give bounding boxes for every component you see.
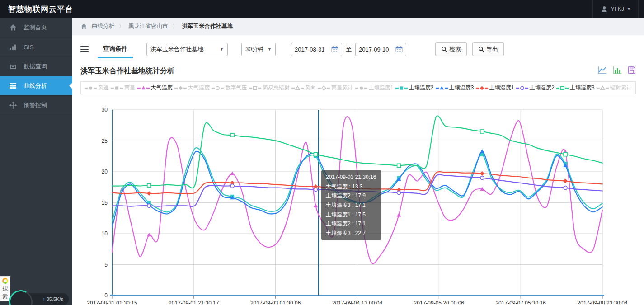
legend-marker-icon — [355, 85, 367, 91]
arrows-icon — [9, 101, 17, 109]
legend-item-label: 土壤温度3 — [449, 84, 474, 92]
line-chart: 0510152025302017-08-31 01:30:152017-09-0… — [80, 96, 637, 304]
legend-item-label: 大气湿度 — [188, 84, 210, 92]
legend-item-label: 雨量累计 — [331, 84, 353, 92]
legend-item-14[interactable]: 土壤湿度3 — [556, 84, 595, 92]
legend-item-label: 土壤温度2 — [409, 84, 434, 92]
select-caret-icon: ▼ — [268, 47, 272, 52]
data-box-icon — [9, 62, 17, 70]
legend-item-7[interactable]: 风向 — [291, 84, 316, 92]
legend-marker-icon — [556, 85, 569, 91]
svg-text:25: 25 — [102, 138, 108, 144]
calendar-icon — [331, 46, 338, 53]
bar-chart-icon[interactable] — [613, 66, 622, 76]
legend-item-label: 雨量 — [124, 84, 135, 92]
network-speed-value: 35.5K/s — [47, 296, 63, 302]
legend-item-13[interactable]: 土壤湿度2 — [516, 84, 555, 92]
sidebar-item-gis[interactable]: GIS — [0, 38, 72, 57]
breadcrumb-item[interactable]: 黑龙江省密山市 — [128, 23, 168, 30]
sidebar-item-curve-analysis[interactable]: 曲线分析 — [0, 76, 72, 96]
chevron-down-icon: ▼ — [627, 7, 631, 11]
home-icon — [9, 23, 17, 32]
gis-signal-icon — [9, 43, 17, 51]
legend-item-11[interactable]: 土壤温度3 — [436, 84, 474, 92]
legend-marker-icon — [174, 85, 187, 91]
legend-item-8[interactable]: 雨量累计 — [318, 84, 353, 92]
breadcrumb-separator: 〉 — [119, 23, 124, 30]
query-condition-tab[interactable]: 查询条件 — [98, 40, 133, 58]
date-to-value: 2017-09-10 — [359, 46, 389, 53]
sidebar-item-monitor-home[interactable]: 监测首页 — [0, 18, 72, 38]
search-icon — [478, 46, 484, 52]
search-sidebar-widget[interactable]: 搜索 — [0, 276, 10, 301]
legend-marker-icon — [597, 85, 609, 91]
chart-toolbox — [598, 66, 636, 76]
legend-marker-icon — [318, 85, 330, 91]
search-logo-icon — [2, 278, 8, 284]
chart-legend: 风速雨量大气温度大气湿度数字气压简易总辐射风向雨量累计土壤温度1土壤温度2土壤温… — [80, 81, 636, 94]
line-chart-icon[interactable] — [598, 66, 607, 76]
date-from-input[interactable]: 2017-08-31 — [291, 43, 342, 56]
legend-item-9[interactable]: 土壤温度1 — [355, 84, 394, 92]
date-to-input[interactable]: 2017-09-10 — [355, 43, 406, 56]
svg-text:10: 10 — [102, 230, 108, 237]
sidebar: 监测首页GIS数据查询曲线分析预警控制 — [0, 18, 72, 305]
search-button[interactable]: 检索 — [435, 42, 467, 56]
sidebar-item-label: GIS — [24, 44, 33, 51]
legend-item-label: 土壤温度1 — [369, 84, 394, 92]
sidebar-item-label: 数据查询 — [24, 62, 47, 70]
legend-item-10[interactable]: 土壤温度2 — [395, 84, 434, 92]
legend-item-4[interactable]: 大气湿度 — [174, 84, 210, 92]
active-item-arrow — [66, 83, 72, 89]
legend-item-label: 大气温度 — [151, 84, 173, 92]
search-widget-label: 搜 — [3, 285, 8, 292]
legend-item-3[interactable]: 大气温度 — [137, 84, 173, 92]
svg-text:5: 5 — [104, 262, 108, 268]
breadcrumb: 曲线分析〉黑龙江省密山市〉洪军玉米合作社基地 — [72, 18, 644, 35]
legend-item-15[interactable]: 辐射累计 — [597, 84, 632, 92]
upload-arrow-icon: ↑ — [42, 296, 45, 302]
legend-marker-icon — [476, 85, 488, 91]
menu-toggle-icon[interactable] — [80, 45, 89, 54]
legend-item-2[interactable]: 雨量 — [111, 84, 135, 92]
breadcrumb-separator: 〉 — [173, 23, 178, 30]
export-button-label: 导出 — [486, 45, 498, 53]
user-name: YFKJ — [611, 6, 624, 12]
breadcrumb-item[interactable]: 曲线分析 — [92, 23, 114, 30]
svg-text:2017-09-08 23:30:04: 2017-09-08 23:30:04 — [577, 300, 628, 304]
svg-text:30: 30 — [102, 107, 108, 113]
legend-marker-icon — [212, 85, 224, 91]
save-image-icon[interactable] — [628, 66, 636, 76]
section-title-row: 洪军玉米合作社基地统计分析 — [80, 66, 636, 76]
legend-item-1[interactable]: 风速 — [85, 84, 109, 92]
legend-marker-icon — [395, 85, 408, 91]
legend-marker-icon — [85, 85, 97, 91]
date-from-value: 2017-08-31 — [295, 46, 325, 53]
sidebar-item-label: 曲线分析 — [24, 82, 47, 90]
search-icon — [441, 46, 447, 52]
interval-select[interactable]: 30分钟 ▼ — [241, 43, 276, 56]
sidebar-item-alert-control[interactable]: 预警控制 — [0, 96, 72, 115]
svg-text:2017-09-07 05:30:16: 2017-09-07 05:30:16 — [495, 300, 546, 304]
chart-area: 0510152025302017-08-31 01:30:152017-09-0… — [80, 96, 637, 304]
legend-item-label: 风速 — [98, 84, 109, 92]
svg-text:2017-09-05 20:00:06: 2017-09-05 20:00:06 — [414, 300, 465, 304]
legend-item-label: 风向 — [305, 84, 316, 92]
legend-item-12[interactable]: 土壤湿度1 — [476, 84, 514, 92]
svg-text:2017-09-01 21:30:17: 2017-09-01 21:30:17 — [169, 300, 219, 304]
legend-item-5[interactable]: 数字气压 — [212, 84, 247, 92]
svg-text:0: 0 — [104, 292, 108, 299]
breadcrumb-item: 洪军玉米合作社基地 — [182, 23, 233, 30]
app-title: 智慧物联网云平台 — [0, 4, 73, 14]
export-button[interactable]: 导出 — [472, 42, 504, 56]
select-caret-icon: ▼ — [220, 47, 224, 52]
calendar-icon — [395, 46, 403, 53]
legend-item-label: 数字气压 — [225, 84, 247, 92]
svg-text:20: 20 — [102, 169, 108, 175]
interval-select-value: 30分钟 — [245, 45, 263, 53]
station-select[interactable]: 洪军玉米合作社基地 ▼ — [146, 43, 228, 56]
user-menu[interactable]: YFKJ ▼ — [592, 0, 639, 18]
legend-item-6[interactable]: 简易总辐射 — [249, 84, 290, 92]
station-select-value: 洪军玉米合作社基地 — [150, 45, 203, 53]
sidebar-item-data-query[interactable]: 数据查询 — [0, 57, 72, 76]
